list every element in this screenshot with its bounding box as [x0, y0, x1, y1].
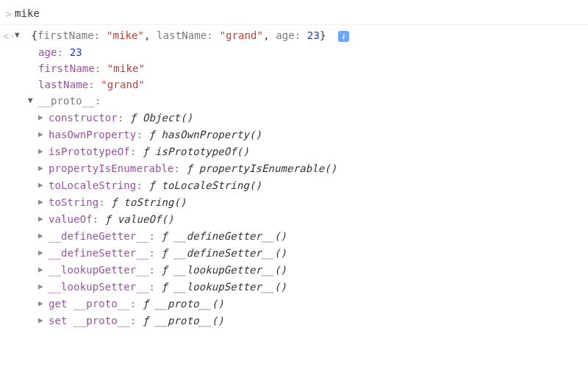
- console-input-text: mike: [15, 5, 582, 21]
- function-f-icon: ƒ: [187, 162, 199, 174]
- summary-brace-close: }: [320, 29, 326, 41]
- function-f-icon: ƒ: [130, 112, 143, 124]
- summary-value: 23: [307, 29, 320, 41]
- function-name: __defineSetter__(): [174, 247, 287, 259]
- proto-property-row[interactable]: ▶toLocaleString: ƒ toLocaleString(): [15, 177, 582, 194]
- property-key: lastName: [38, 79, 88, 90]
- property-key: toLocaleString: [49, 179, 136, 191]
- proto-row[interactable]: ▼__proto__:: [15, 93, 582, 110]
- proto-property-row[interactable]: ▶get __proto__: ƒ __proto__(): [15, 296, 582, 312]
- colon: :: [136, 179, 148, 191]
- function-name: Object(): [143, 112, 193, 124]
- function-f-icon: ƒ: [105, 213, 118, 225]
- function-name: hasOwnProperty(): [162, 129, 262, 140]
- disclosure-right-icon[interactable]: ▶: [38, 228, 47, 244]
- disclosure-right-icon[interactable]: ▶: [38, 177, 47, 193]
- proto-property-row[interactable]: ▶isPrototypeOf: ƒ isPrototypeOf(): [15, 143, 582, 160]
- summary-key: age:: [276, 29, 307, 41]
- console: > mike <· ▼ {firstName: "mike", lastName…: [0, 0, 588, 332]
- function-name: __defineGetter__(): [174, 230, 287, 242]
- summary-brace-open: {: [32, 29, 38, 41]
- function-name: __lookupSetter__(): [174, 281, 287, 293]
- function-f-icon: ƒ: [143, 146, 155, 157]
- colon: :: [118, 112, 130, 124]
- proto-property-row[interactable]: ▶set __proto__: ƒ __proto__(): [15, 312, 582, 329]
- function-name: valueOf(): [118, 213, 174, 225]
- proto-property-row[interactable]: ▶constructor: ƒ Object(): [15, 110, 582, 126]
- colon: :: [148, 264, 161, 276]
- property-value: 23: [70, 46, 82, 58]
- property-value: "mike": [107, 62, 145, 74]
- proto-property-row[interactable]: ▶propertyIsEnumerable: ƒ propertyIsEnume…: [15, 160, 582, 177]
- disclosure-right-icon[interactable]: ▶: [38, 110, 47, 126]
- colon: :: [148, 281, 161, 293]
- disclosure-right-icon[interactable]: ▶: [38, 262, 47, 278]
- proto-property-row[interactable]: ▶__defineSetter__: ƒ __defineSetter__(): [15, 245, 582, 262]
- property-row[interactable]: firstName: "mike": [15, 60, 582, 76]
- property-key: toString: [49, 196, 98, 208]
- function-f-icon: ƒ: [162, 247, 174, 259]
- colon: :: [148, 247, 161, 259]
- disclosure-right-icon[interactable]: ▶: [38, 126, 47, 143]
- console-output: ▼ {firstName: "mike", lastName: "grand",…: [15, 27, 582, 329]
- property-key: propertyIsEnumerable: [49, 162, 174, 174]
- proto-property-row[interactable]: ▶hasOwnProperty: ƒ hasOwnProperty(): [15, 126, 582, 143]
- disclosure-right-icon[interactable]: ▶: [38, 296, 47, 312]
- colon: :: [93, 213, 105, 225]
- colon: :: [130, 146, 143, 157]
- property-key: hasOwnProperty: [49, 129, 136, 140]
- colon: :: [95, 95, 101, 107]
- info-icon[interactable]: i: [338, 31, 349, 42]
- property-key: __defineGetter__: [49, 230, 148, 242]
- property-key: age: [38, 46, 57, 58]
- function-f-icon: ƒ: [143, 298, 155, 310]
- property-key: valueOf: [49, 213, 93, 225]
- disclosure-right-icon[interactable]: ▶: [38, 143, 47, 160]
- function-name: propertyIsEnumerable(): [199, 162, 337, 174]
- property-key: constructor: [49, 112, 118, 124]
- disclosure-down-icon[interactable]: ▼: [15, 27, 24, 43]
- function-f-icon: ƒ: [148, 179, 161, 191]
- property-key: firstName: [38, 62, 95, 74]
- proto-label: __proto__: [38, 95, 95, 107]
- summary-sep: ,: [144, 29, 157, 41]
- property-key: __defineSetter__: [49, 247, 148, 259]
- disclosure-right-icon[interactable]: ▶: [38, 194, 47, 210]
- summary-value: "grand": [219, 29, 263, 41]
- property-row[interactable]: age: 23: [15, 44, 582, 60]
- function-f-icon: ƒ: [143, 315, 155, 326]
- summary-key: firstName:: [37, 29, 107, 41]
- disclosure-right-icon[interactable]: ▶: [38, 211, 47, 227]
- disclosure-right-icon[interactable]: ▶: [38, 312, 47, 329]
- function-f-icon: ƒ: [162, 264, 174, 276]
- disclosure-right-icon[interactable]: ▶: [38, 279, 47, 295]
- proto-property-row[interactable]: ▶valueOf: ƒ valueOf(): [15, 211, 582, 228]
- summary-value: "mike": [107, 29, 144, 41]
- colon: :: [130, 298, 143, 310]
- function-name: __proto__(): [155, 315, 224, 326]
- function-f-icon: ƒ: [162, 230, 174, 242]
- colon: :: [98, 196, 111, 208]
- object-summary[interactable]: ▼ {firstName: "mike", lastName: "grand",…: [15, 27, 582, 44]
- proto-items: ▶constructor: ƒ Object()▶hasOwnProperty:…: [15, 110, 582, 329]
- proto-property-row[interactable]: ▶__defineGetter__: ƒ __defineGetter__(): [15, 228, 582, 245]
- proto-property-row[interactable]: ▶__lookupSetter__: ƒ __lookupSetter__(): [15, 279, 582, 296]
- function-f-icon: ƒ: [162, 281, 174, 293]
- property-key: isPrototypeOf: [49, 146, 130, 157]
- input-caret-icon: >: [3, 5, 15, 22]
- property-row[interactable]: lastName: "grand": [15, 76, 582, 93]
- property-key: set __proto__: [49, 315, 130, 326]
- function-name: isPrototypeOf(): [155, 146, 249, 157]
- output-caret-icon: <·: [3, 27, 15, 44]
- console-output-row: <· ▼ {firstName: "mike", lastName: "gran…: [0, 24, 588, 332]
- summary-sep: ,: [263, 29, 276, 41]
- proto-property-row[interactable]: ▶toString: ƒ toString(): [15, 194, 582, 211]
- disclosure-down-icon[interactable]: ▼: [28, 93, 37, 109]
- function-name: __proto__(): [155, 298, 224, 310]
- disclosure-right-icon[interactable]: ▶: [38, 160, 47, 176]
- property-key: get __proto__: [49, 298, 130, 310]
- disclosure-right-icon[interactable]: ▶: [38, 245, 47, 261]
- proto-property-row[interactable]: ▶__lookupGetter__: ƒ __lookupGetter__(): [15, 262, 582, 279]
- summary-key: lastName:: [157, 29, 219, 41]
- property-key: __lookupGetter__: [49, 264, 148, 276]
